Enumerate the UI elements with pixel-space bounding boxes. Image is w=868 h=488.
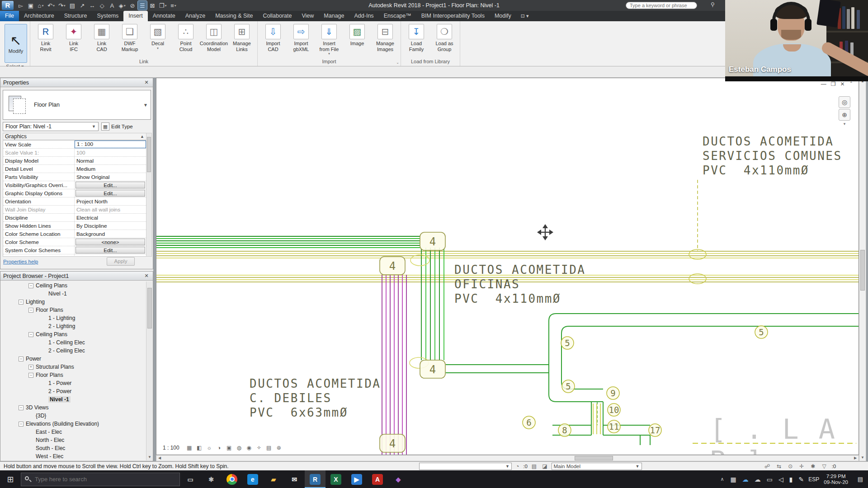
onedrive-icon[interactable]: ☁ xyxy=(742,476,749,483)
close-icon[interactable]: ✕ xyxy=(143,273,150,279)
image-button[interactable]: ▨ Image xyxy=(344,23,371,58)
taskbar-app-file-explorer[interactable]: ▰ xyxy=(263,470,284,488)
link-ifc-button[interactable]: ✦ Link IFC xyxy=(60,23,87,58)
close-icon[interactable]: ✕ xyxy=(143,80,150,85)
taskbar-search-input[interactable] xyxy=(35,476,166,483)
crop-view-icon[interactable]: ▣ xyxy=(226,444,233,451)
property-row[interactable]: Scale Value 1: 100 xyxy=(3,149,146,157)
reveal-constraints-icon[interactable]: ⊕ xyxy=(275,444,283,451)
property-row[interactable]: System Color Schemes Edit... xyxy=(3,246,146,254)
tab-annotate[interactable]: Annotate xyxy=(148,11,180,21)
property-row[interactable]: Color Scheme Location Background xyxy=(3,230,146,238)
tree-item[interactable]: 1 - Ceiling Elec xyxy=(1,338,146,347)
reveal-hidden-elements-icon[interactable]: ✧ xyxy=(255,444,263,451)
ribbon-state-toggle[interactable]: ⊡ ▾ xyxy=(519,11,531,21)
zoom-tool-icon[interactable]: ⊕ xyxy=(839,109,850,121)
taskbar-app-creative-app[interactable]: ◆ xyxy=(388,470,409,488)
tree-item[interactable]: {3D} xyxy=(1,412,146,420)
tab-analyze[interactable]: Analyze xyxy=(180,11,210,21)
aligned-dimension-icon[interactable]: ↔ xyxy=(88,1,97,10)
volume-icon[interactable]: ◁ xyxy=(778,476,783,483)
measure-icon[interactable]: ↗ xyxy=(78,1,87,10)
manage-links-button[interactable]: ⊞ Manage Links xyxy=(228,23,255,58)
expand-icon[interactable]: − xyxy=(28,373,33,378)
expand-icon[interactable]: − xyxy=(19,357,24,361)
expand-icon[interactable]: − xyxy=(28,308,33,313)
taskbar-app-settings[interactable]: ✱ xyxy=(201,470,222,488)
visual-style-icon[interactable]: ◧ xyxy=(196,444,203,451)
property-row[interactable]: Parts Visibility Show Original xyxy=(3,173,146,181)
chevron-down-icon[interactable]: ▼ xyxy=(143,103,148,108)
section-icon[interactable]: ⊘ xyxy=(128,1,137,10)
active-workset-combo[interactable]: Main Model ▼ xyxy=(552,463,642,470)
tree-item[interactable]: Nivel -1 xyxy=(1,290,146,298)
language-indicator[interactable]: ESP xyxy=(808,476,819,483)
horizontal-scrollbar[interactable]: ◀ ▶ xyxy=(156,455,859,461)
shadows-icon[interactable]: ◑ xyxy=(216,444,223,451)
import-gbxml-button[interactable]: ⇨ Import gbXML xyxy=(288,23,315,58)
vscroll-thumb[interactable] xyxy=(860,250,865,291)
type-selector[interactable]: Floor Plan ▼ xyxy=(3,90,151,120)
tree-item[interactable]: South - Elec xyxy=(1,444,146,452)
thin-lines-icon[interactable]: ☰ xyxy=(138,1,147,10)
tab-enscape-[interactable]: Enscape™ xyxy=(379,11,416,21)
property-row[interactable]: Graphic Display Options Edit... xyxy=(3,189,146,197)
tree-item[interactable]: West - Elec xyxy=(1,452,146,460)
callout-5[interactable]: 5 xyxy=(759,327,764,337)
link-cad-button[interactable]: ▦ Link CAD xyxy=(88,23,115,58)
load-family-button[interactable]: ↧ Load Family xyxy=(403,23,430,58)
design-option-combo[interactable]: ▼ xyxy=(419,463,512,470)
revit-logo-icon[interactable]: R xyxy=(2,1,14,10)
taskbar-app-revit[interactable]: R xyxy=(305,470,326,488)
tree-item[interactable]: 1 - Lighting xyxy=(1,314,146,322)
show-crop-region-icon[interactable]: ◍ xyxy=(236,444,243,451)
sync-home-icon[interactable]: ⌂▾ xyxy=(36,1,45,10)
vertical-scrollbar[interactable]: ▲ ▼ xyxy=(859,78,866,461)
navbar-chevron-icon[interactable]: ▾ xyxy=(844,122,846,126)
default-3d-view-icon[interactable]: ◈▾ xyxy=(118,1,127,10)
modify-button[interactable]: ↖ Modify xyxy=(5,24,27,63)
save-icon[interactable]: ▣ xyxy=(26,1,35,10)
callout-4[interactable]: 4 xyxy=(389,260,396,272)
taskbar-app-excel[interactable]: X xyxy=(326,470,346,488)
link-revit-button[interactable]: R Link Revit xyxy=(32,23,59,58)
worksets-icon[interactable]: ▤ xyxy=(532,463,537,469)
select-links-icon[interactable]: ☍ xyxy=(764,463,770,469)
print-icon[interactable]: ▤ xyxy=(68,1,77,10)
property-row[interactable]: Detail Level Medium xyxy=(3,165,146,173)
tree-item[interactable]: − Floor Plans xyxy=(1,306,146,314)
property-row[interactable]: Discipline Electrical xyxy=(3,214,146,222)
expand-icon[interactable]: − xyxy=(19,300,24,305)
callout-4[interactable]: 4 xyxy=(429,235,436,248)
redo-icon[interactable]: ↷▾ xyxy=(57,1,67,10)
tree-item[interactable]: 2 - Power xyxy=(1,387,146,395)
callout-8[interactable]: 8 xyxy=(562,425,567,435)
undo-icon[interactable]: ↶▾ xyxy=(46,1,56,10)
cad-label-oficinas[interactable]: DUCTOS ACOMETIDAOFICINASPVC 4x110mmØ xyxy=(454,263,585,306)
properties-help-link[interactable]: Properties help xyxy=(3,259,38,264)
callout-10[interactable]: 10 xyxy=(609,405,619,415)
tree-item[interactable]: − Elevations (Building Elevation) xyxy=(1,420,146,428)
insert-from-file-button[interactable]: ⇓ Insert from File ▾ xyxy=(316,23,343,58)
tab-add-ins[interactable]: Add-Ins xyxy=(349,11,379,21)
project-browser-header[interactable]: Project Browser - Project1 ✕ xyxy=(0,272,153,281)
help-search-input[interactable] xyxy=(626,2,697,9)
callout-4[interactable]: 4 xyxy=(429,363,436,376)
hscroll-thumb[interactable] xyxy=(575,456,613,460)
scroll-right-icon[interactable]: ▶ xyxy=(852,455,859,461)
taskbar-app-edge[interactable]: e xyxy=(242,470,263,488)
view-close-icon[interactable]: ✕ xyxy=(840,81,845,87)
sun-path-icon[interactable]: ☼ xyxy=(206,444,213,451)
tab-insert[interactable]: Insert xyxy=(123,11,147,21)
close-hidden-windows-icon[interactable]: ⊠ xyxy=(148,1,157,10)
expand-icon[interactable]: − xyxy=(19,422,24,427)
callout-4[interactable]: 4 xyxy=(389,437,396,450)
callout-5[interactable]: 5 xyxy=(566,381,571,391)
callout-17[interactable]: 17 xyxy=(650,425,660,435)
tree-item[interactable]: − Floor Plans xyxy=(1,371,146,379)
properties-header[interactable]: Properties ✕ xyxy=(0,78,153,87)
customize-qat-icon[interactable]: ≡▾ xyxy=(169,1,178,10)
scroll-left-icon[interactable]: ◀ xyxy=(156,455,163,461)
steering-wheel-icon[interactable]: ◎ xyxy=(839,96,850,108)
load-as-group-button[interactable]: ❍ Load as Group xyxy=(431,23,458,58)
